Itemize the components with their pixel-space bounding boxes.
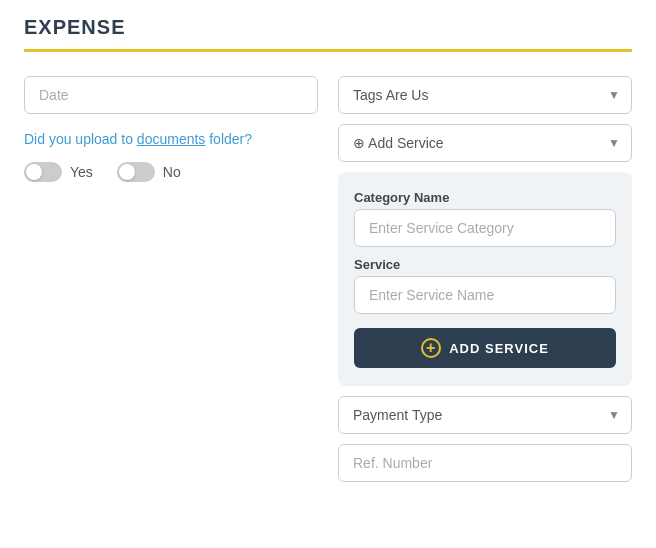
toggle-row: Yes No [24, 162, 318, 182]
category-field-group: Category Name [354, 190, 616, 247]
toggle-yes-knob [26, 164, 42, 180]
ref-number-input[interactable] [338, 444, 632, 482]
add-service-dropdown-wrapper: ⊕ Add Service ▼ [338, 124, 632, 162]
toggle-no-item: No [117, 162, 181, 182]
title-underline [24, 49, 632, 52]
service-label: Service [354, 257, 616, 272]
add-service-btn-label: ADD SERVICE [449, 341, 549, 356]
service-input[interactable] [354, 276, 616, 314]
toggle-no-label: No [163, 164, 181, 180]
date-input[interactable] [24, 76, 318, 114]
page-title: EXPENSE [24, 16, 632, 39]
category-input[interactable] [354, 209, 616, 247]
category-label: Category Name [354, 190, 616, 205]
upload-question-text: Did you upload to documents folder? Yes … [24, 130, 318, 182]
toggle-yes-switch[interactable] [24, 162, 62, 182]
service-field-group: Service [354, 257, 616, 314]
tags-select[interactable]: Tags Are Us [338, 76, 632, 114]
toggle-no-switch[interactable] [117, 162, 155, 182]
add-service-btn-icon: + [421, 338, 441, 358]
right-column: Tags Are Us ▼ ⊕ Add Service ▼ Category N… [338, 76, 632, 482]
documents-link[interactable]: documents [137, 131, 205, 147]
tags-dropdown-wrapper: Tags Are Us ▼ [338, 76, 632, 114]
toggle-yes-label: Yes [70, 164, 93, 180]
add-service-button[interactable]: + ADD SERVICE [354, 328, 616, 368]
page-container: EXPENSE Did you upload to documents fold… [0, 0, 656, 514]
toggle-yes-item: Yes [24, 162, 93, 182]
add-service-select[interactable]: ⊕ Add Service [338, 124, 632, 162]
left-column: Did you upload to documents folder? Yes … [24, 76, 318, 482]
payment-type-select[interactable]: Payment Type [338, 396, 632, 434]
payment-type-dropdown-wrapper: Payment Type ▼ [338, 396, 632, 434]
main-form-row: Did you upload to documents folder? Yes … [24, 76, 632, 482]
toggle-no-knob [119, 164, 135, 180]
service-card: Category Name Service + ADD SERVICE [338, 172, 632, 386]
